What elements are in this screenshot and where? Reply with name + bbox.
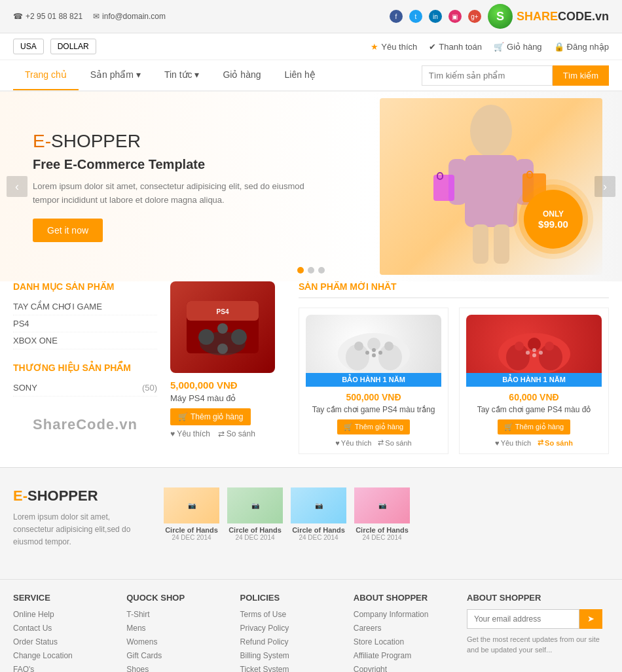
heart-icon-2: ♥ [495, 439, 500, 447]
heart-icon-1: ♥ [335, 439, 340, 447]
category-item-xbox[interactable]: XBOX ONE [13, 332, 157, 349]
nav-news[interactable]: Tin tức ▾ [153, 60, 211, 90]
cart-label: Giỏ hàng [507, 42, 542, 52]
blog-date-4: 24 DEC 2014 [354, 534, 410, 541]
footer-desc: Lorem ipsum dolor sit amet, consectetur … [13, 511, 144, 549]
svg-point-25 [372, 348, 376, 352]
blog-post-4: 📷 Circle of Hands 24 DEC 2014 [354, 487, 410, 541]
brand-sony[interactable]: SONY (50) [13, 380, 157, 397]
svg-point-15 [231, 329, 247, 345]
facebook-icon[interactable]: f [390, 10, 403, 23]
dot-2[interactable] [308, 267, 314, 274]
service-link-5[interactable]: FAQ's [13, 664, 120, 672]
new-product-1-wishlist[interactable]: ♥ Yêu thích [335, 438, 371, 447]
slider-cta-button[interactable]: Get it now [33, 219, 103, 242]
new-product-1-price: 500,000 VNĐ [306, 392, 441, 402]
sharecode-logo-sidebar: ShareCode.vn [13, 416, 157, 433]
about-link-1[interactable]: Company Information [354, 609, 460, 619]
new-product-2-compare[interactable]: ⇄ So sánh [538, 438, 573, 447]
svg-point-33 [545, 342, 554, 351]
shop-link-5[interactable]: Shoes [126, 664, 233, 672]
shop-link-4[interactable]: Gift Cards [126, 650, 233, 660]
svg-rect-4 [473, 224, 488, 264]
linkedin-icon[interactable]: in [429, 10, 442, 23]
nav-cart[interactable]: Giỏ hàng [211, 60, 272, 90]
footer-about-list: Company Information Careers Store Locati… [354, 609, 460, 672]
instagram-icon[interactable]: ▣ [448, 10, 462, 23]
footer-logo-rest: SHOPPER [27, 487, 98, 504]
slider-next-button[interactable]: › [595, 176, 615, 197]
new-product-2-add-cart-button[interactable]: 🛒 Thêm giỏ hàng [498, 419, 570, 434]
new-product-2-image: BẢO HÀNH 1 NĂM [466, 315, 602, 387]
policy-link-2[interactable]: Privacy Policy [240, 623, 347, 633]
newsletter-desc: Get the most recent updates from our sit… [467, 634, 602, 656]
svg-point-17 [217, 344, 228, 354]
checkout-link[interactable]: ✔ Thanh toán [429, 42, 482, 52]
search-button[interactable]: Tìm kiếm [553, 65, 609, 86]
slider-dots [297, 267, 325, 274]
sidebar: DANH MỤC SẢN PHẨM TAY CẦM CHƠI GAME PS4 … [13, 281, 157, 454]
blog-title-1: Circle of Hands [164, 526, 219, 534]
blog-img-1: 📷 [164, 487, 219, 523]
shop-link-3[interactable]: Womens [126, 637, 233, 646]
right-content: PS4 5,000,000 VNĐ Máy PS4 màu đỏ 🛒 Thêm … [170, 281, 609, 454]
svg-point-23 [384, 342, 393, 351]
dot-1[interactable] [297, 267, 304, 274]
cart-link[interactable]: 🛒 Giỏ hàng [494, 42, 542, 52]
phone-number: +2 95 01 88 821 [26, 12, 82, 21]
featured-compare-btn[interactable]: ⇄ So sánh [218, 429, 255, 438]
slider-person-img [380, 98, 602, 275]
currency-select[interactable]: DOLLAR [50, 39, 96, 54]
wishlist-link[interactable]: ★ Yêu thích [371, 42, 417, 52]
login-link[interactable]: 🔒 Đăng nhập [554, 42, 609, 52]
region-select[interactable]: USA [13, 39, 44, 54]
featured-product-actions: ♥ Yêu thích ⇄ So sánh [170, 429, 288, 438]
category-item-tay-cam[interactable]: TAY CẦM CHƠI GAME [13, 298, 157, 315]
new-products-section: SẢN PHẨM MỚI NHẤT [299, 281, 609, 454]
new-product-1-compare[interactable]: ⇄ So sánh [378, 438, 411, 447]
dot-3[interactable] [318, 267, 325, 274]
price-badge: ONLY $99.00 [524, 190, 583, 249]
googleplus-icon[interactable]: g+ [468, 10, 481, 23]
featured-product-add-cart-button[interactable]: 🛒 Thêm giỏ hàng [170, 408, 251, 425]
search-input[interactable] [422, 65, 553, 86]
blog-date-1: 24 DEC 2014 [164, 534, 219, 541]
service-link-4[interactable]: Change Location [13, 650, 120, 660]
svg-rect-8 [433, 175, 454, 201]
nav-contact[interactable]: Liên hệ [273, 60, 327, 90]
featured-wishlist-btn[interactable]: ♥ Yêu thích [170, 429, 210, 438]
blog-date-3: 24 DEC 2014 [291, 534, 346, 541]
twitter-icon[interactable]: t [409, 10, 422, 23]
newsletter-submit-button[interactable]: ➤ [579, 609, 602, 629]
footer-blog-grid: 📷 Circle of Hands 24 DEC 2014 📷 Circle o… [164, 487, 410, 541]
service-link-1[interactable]: Online Help [13, 609, 120, 619]
about-link-5[interactable]: Copyright [354, 664, 460, 672]
nav-products[interactable]: Sản phẩm ▾ [79, 60, 153, 90]
blog-title-2: Circle of Hands [227, 526, 283, 534]
price-value: $99.00 [538, 219, 568, 230]
policy-link-3[interactable]: Refund Policy [240, 637, 347, 646]
about-link-4[interactable]: Affiliate Program [354, 650, 460, 660]
about-link-2[interactable]: Careers [354, 623, 460, 633]
newsletter-email-input[interactable] [467, 609, 579, 629]
lock-icon: 🔒 [554, 42, 564, 52]
svg-point-32 [515, 342, 524, 351]
about-link-3[interactable]: Store Location [354, 637, 460, 646]
shop-link-2[interactable]: Mens [126, 623, 233, 633]
category-item-ps4[interactable]: PS4 [13, 315, 157, 332]
service-link-2[interactable]: Contact Us [13, 623, 120, 633]
svg-point-37 [532, 353, 536, 357]
nav-home[interactable]: Trang chủ [13, 60, 79, 90]
policy-link-5[interactable]: Ticket System [240, 664, 347, 672]
shop-link-1[interactable]: T-Shirt [126, 609, 233, 619]
new-product-2-wishlist[interactable]: ♥ Yêu thích [495, 438, 531, 447]
svg-point-16 [217, 323, 228, 334]
policy-link-1[interactable]: Terms of Use [240, 609, 347, 619]
slider-prev-button[interactable]: ‹ [7, 176, 27, 197]
blog-img-2: 📷 [227, 487, 283, 523]
policy-link-4[interactable]: Billing System [240, 650, 347, 660]
nav-bar: Trang chủ Sản phẩm ▾ Tin tức ▾ Giỏ hàng … [0, 60, 622, 92]
new-product-1-add-cart-button[interactable]: 🛒 Thêm giỏ hàng [337, 419, 410, 434]
footer-col-policies: POLICIES Terms of Use Privacy Policy Ref… [240, 593, 354, 672]
service-link-3[interactable]: Order Status [13, 637, 120, 646]
